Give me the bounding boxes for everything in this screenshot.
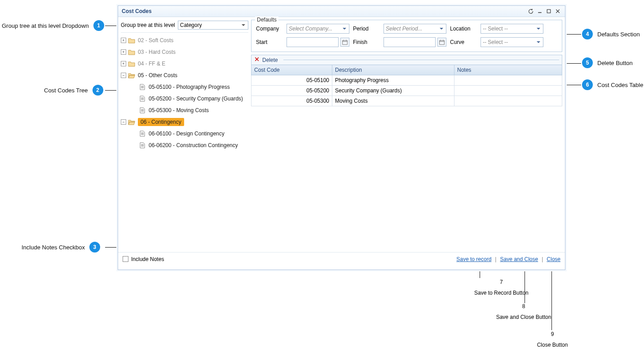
location-label: Location [450, 26, 477, 32]
table-row[interactable]: 05-05100Photography Progress [251, 75, 562, 86]
svg-rect-0 [547, 9, 551, 13]
col-description[interactable]: Description [332, 65, 454, 75]
expand-icon[interactable]: + [121, 49, 126, 55]
minimize-icon[interactable] [536, 8, 543, 15]
folder-icon [128, 72, 135, 78]
group-tree-dropdown[interactable]: Category [178, 21, 248, 30]
callout-1: 1 Group tree at this level Dropdown [2, 20, 104, 31]
location-dropdown[interactable]: -- Select -- [481, 24, 543, 34]
folder-icon [128, 37, 135, 44]
collapse-icon[interactable]: − [121, 73, 126, 78]
col-notes[interactable]: Notes [454, 65, 562, 75]
delete-button[interactable]: Delete [262, 57, 278, 63]
cell-cost-code: 05-05100 [251, 75, 332, 86]
tree-item-label: 06-06200 - Construction Contingency [149, 142, 238, 148]
cell-cost-code: 05-05300 [251, 96, 332, 106]
tree-item[interactable]: 06-06200 - Construction Contingency [121, 139, 248, 151]
collapse-icon[interactable]: − [121, 119, 126, 125]
document-icon [139, 131, 146, 137]
save-to-record-button[interactable]: Save to record [456, 256, 491, 262]
tree-item-label: 05-05200 - Security Company (Guards) [149, 96, 243, 102]
svg-rect-2 [440, 40, 445, 44]
folder-icon [128, 119, 135, 125]
company-dropdown[interactable]: Select Company... [287, 24, 349, 34]
tree-folder[interactable]: +02 - Soft Costs [121, 35, 248, 46]
cell-notes [454, 86, 562, 96]
grid-toolbar: Delete [251, 55, 562, 65]
titlebar: Cost Codes [118, 6, 565, 17]
document-icon [139, 142, 146, 148]
finish-label: Finish [353, 39, 380, 45]
folder-icon [128, 49, 135, 55]
tree-folder-label: 03 - Hard Costs [138, 49, 176, 55]
cost-codes-dialog: Cost Codes Group tree at this level Cate… [118, 5, 565, 270]
callout-9: 9 Close Button [534, 331, 570, 348]
tree-item-label: 05-05100 - Photography Progress [149, 84, 230, 90]
tree-folder[interactable]: −06 - Contingency [121, 116, 248, 128]
callout-3: 3 Include Notes Checkbox [22, 242, 100, 253]
period-dropdown[interactable]: Select Period... [384, 24, 446, 34]
tree-folder-label: 02 - Soft Costs [138, 37, 173, 44]
period-label: Period [353, 26, 380, 32]
table-row[interactable]: 05-05200Security Company (Guards) [251, 86, 562, 96]
table-row[interactable]: 05-05300Moving Costs [251, 96, 562, 106]
cell-cost-code: 05-05200 [251, 86, 332, 96]
start-label: Start [256, 39, 283, 45]
cell-description: Security Company (Guards) [332, 86, 454, 96]
include-notes-checkbox[interactable] [123, 256, 128, 262]
curve-dropdown[interactable]: -- Select -- [481, 37, 543, 47]
cell-notes [454, 75, 562, 86]
expand-icon[interactable]: + [121, 61, 126, 66]
defaults-legend: Defaults [255, 17, 278, 23]
callout-7: 7 Save to Record Button [474, 279, 529, 296]
col-cost-code[interactable]: Cost Code [251, 65, 332, 75]
tree-folder[interactable]: +03 - Hard Costs [121, 46, 248, 58]
tree-item[interactable]: 05-05100 - Photography Progress [121, 81, 248, 93]
cell-notes [454, 96, 562, 106]
svg-rect-1 [343, 40, 348, 44]
cost-codes-table: Cost Code Description Notes 05-05100Phot… [251, 65, 562, 106]
finish-field[interactable] [384, 37, 436, 47]
start-field[interactable] [287, 37, 339, 47]
callout-6: 6 Cost Codes Table [582, 79, 643, 90]
tree-folder-label: 06 - Contingency [138, 118, 184, 126]
callout-5: 5 Delete Button [582, 57, 633, 68]
tree-item[interactable]: 06-06100 - Design Contingency [121, 128, 248, 139]
document-icon [139, 107, 146, 113]
expand-icon[interactable]: + [121, 38, 126, 43]
close-icon[interactable] [554, 8, 561, 15]
tree-folder-label: 04 - FF & E [138, 61, 165, 67]
callout-2: 2 Cost Codes Tree [44, 85, 103, 96]
cost-codes-tree[interactable]: +02 - Soft Costs+03 - Hard Costs+04 - FF… [121, 32, 248, 249]
maximize-icon[interactable] [545, 8, 552, 15]
calendar-icon[interactable] [437, 38, 446, 47]
tree-item-label: 06-06100 - Design Contingency [149, 131, 225, 137]
window-title: Cost Codes [122, 8, 525, 14]
callout-4: 4 Defaults Section [582, 29, 640, 39]
cell-description: Photography Progress [332, 75, 454, 86]
refresh-icon[interactable] [527, 8, 534, 15]
dialog-footer: Include Notes Save to record | Save and … [118, 252, 565, 266]
tree-folder-label: 05 - Other Costs [138, 72, 177, 78]
group-tree-label: Group tree at this level [121, 22, 175, 28]
tree-item-label: 05-05300 - Moving Costs [149, 107, 209, 113]
tree-item[interactable]: 05-05200 - Security Company (Guards) [121, 93, 248, 104]
tree-item[interactable]: 05-05300 - Moving Costs [121, 104, 248, 116]
folder-icon [128, 61, 135, 67]
tree-folder[interactable]: −05 - Other Costs [121, 70, 248, 81]
close-button[interactable]: Close [547, 256, 560, 262]
include-notes-label: Include Notes [131, 256, 164, 262]
callout-8: 8 Save and Close Button [492, 303, 555, 320]
tree-folder[interactable]: +04 - FF & E [121, 58, 248, 70]
delete-icon[interactable] [254, 57, 260, 63]
document-icon [139, 84, 146, 90]
defaults-section: Defaults Company Select Company... Perio… [251, 20, 562, 52]
curve-label: Curve [450, 39, 477, 45]
save-and-close-button[interactable]: Save and Close [500, 256, 538, 262]
cell-description: Moving Costs [332, 96, 454, 106]
document-icon [139, 96, 146, 102]
calendar-icon[interactable] [340, 38, 349, 47]
company-label: Company [256, 26, 283, 32]
